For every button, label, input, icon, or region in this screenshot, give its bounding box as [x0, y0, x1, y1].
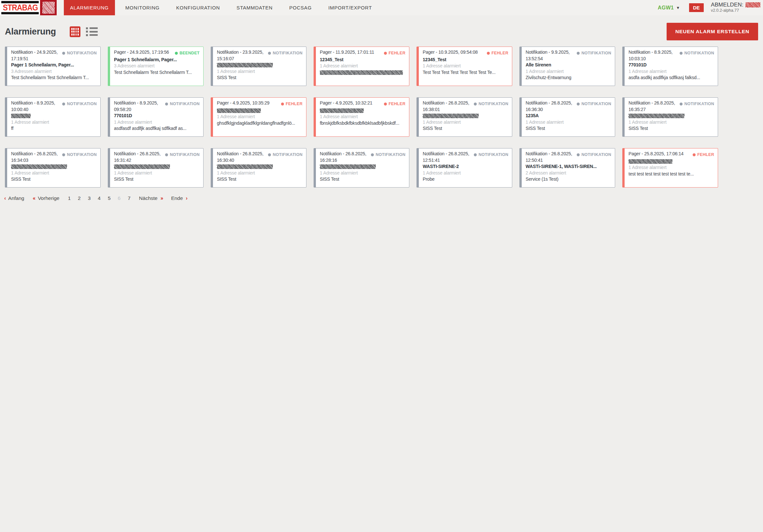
alarm-description: Test Schnellalarm Test Schnellalarm T...	[11, 74, 97, 81]
alarm-card[interactable]: Notifikation - 26.8.2025, 16:36:30 NOTIF…	[519, 97, 615, 137]
alarm-title	[320, 163, 405, 170]
status-badge-label: FEHLER	[697, 152, 714, 158]
alarm-card[interactable]: Pager - 11.9.2025, 17:01:11 FEHLER 12345…	[314, 47, 409, 86]
pagination-page-2[interactable]: 2	[78, 195, 81, 201]
alarm-title	[217, 163, 302, 170]
alarm-card[interactable]: Notifikation - 26.8.2025, 16:30:40 NOTIF…	[211, 148, 306, 187]
alarm-title: 1235A	[526, 113, 611, 119]
pagination-page-6[interactable]: 6	[118, 195, 121, 201]
redacted-scribble	[11, 114, 31, 118]
pagination-page-4[interactable]: 4	[98, 195, 101, 201]
nav-tab-import-export[interactable]: IMPORT/EXPORT	[322, 0, 378, 15]
status-badge: NOTIFIKATION	[62, 49, 97, 56]
alarm-card[interactable]: Notifikation - 9.9.2025, 13:52:54 NOTIFI…	[519, 47, 615, 86]
pagination-prev-label: Vorherige	[38, 195, 59, 201]
alarm-card[interactable]: Notifikation - 26.8.2025, 16:38:01 NOTIF…	[416, 97, 512, 137]
status-badge-label: NOTIFIKATION	[684, 50, 714, 56]
alarm-card[interactable]: Notifikation - 24.9.2025, 17:19:51 NOTIF…	[5, 47, 101, 86]
status-badge: NOTIFIKATION	[474, 151, 508, 158]
redacted-scribble	[217, 164, 273, 169]
list-view-icon[interactable]	[86, 27, 98, 36]
alarm-card[interactable]: Pager - 4.9.2025, 10:35:29 FEHLER 1 Adre…	[211, 97, 306, 137]
logo-text: STRABAG	[3, 4, 38, 12]
pagination-last[interactable]: Ende ›	[171, 195, 187, 201]
alarm-title	[11, 163, 97, 170]
alarm-addresses: 1 Adresse alarmiert	[628, 119, 714, 126]
alarm-type-and-time: Notifikation - 26.8.2025, 16:35:27	[628, 100, 680, 113]
alarm-card[interactable]: Notifikation - 26.8.2025, 12:51:41 NOTIF…	[416, 148, 512, 187]
status-badge-label: BEENDET	[179, 50, 200, 56]
nav-tab-monitoring[interactable]: MONITORING	[119, 0, 166, 15]
status-dot-icon	[175, 52, 178, 55]
alarm-description: SISS Test	[11, 176, 97, 183]
alarm-type-and-time: Pager - 25.8.2025, 17:06:14	[628, 151, 684, 157]
redacted-scribble	[320, 70, 403, 75]
alarm-addresses: 1 Adresse alarmiert	[628, 164, 714, 171]
top-navigation: STRABAG ALARMIERUNGMONITORINGKONFIGURATI…	[0, 0, 763, 15]
alarm-type-and-time: Notifikation - 24.9.2025, 17:19:51	[11, 49, 62, 62]
alarm-card[interactable]: Notifikation - 8.9.2025, 10:00:40 NOTIFI…	[5, 97, 101, 137]
alarm-description: asdfasdf asdlfjk asdflkaj sdflkadf as...	[114, 125, 200, 132]
status-badge: FEHLER	[384, 49, 405, 56]
redacted-scribble	[42, 2, 55, 14]
alarm-card[interactable]: Pager - 25.8.2025, 17:06:14 FEHLER 1 Adr…	[622, 148, 718, 187]
alarm-card[interactable]: Pager - 10.9.2025, 09:54:08 FEHLER 12345…	[416, 47, 512, 86]
alarm-type-and-time: Notifikation - 26.8.2025, 16:34:03	[11, 151, 62, 163]
alarm-card[interactable]: Pager - 4.9.2025, 10:32:21 FEHLER 1 Adre…	[314, 97, 409, 137]
nav-tab-alarmierung[interactable]: ALARMIERUNG	[64, 0, 115, 15]
redacted-scribble	[217, 63, 273, 67]
alarm-addresses: 1 Adresse alarmiert	[423, 63, 508, 69]
pagination-page-3[interactable]: 3	[88, 195, 91, 201]
alarm-card-grid: Notifikation - 24.9.2025, 17:19:51 NOTIF…	[5, 47, 758, 187]
status-badge-label: NOTIFIKATION	[67, 50, 97, 56]
status-badge-label: NOTIFIKATION	[272, 50, 302, 56]
status-dot-icon	[165, 153, 168, 156]
group-selector[interactable]: AGW1 ▼	[658, 5, 680, 11]
pagination-prev[interactable]: ‹‹ Vorherige	[33, 195, 59, 201]
alarm-type-and-time: Notifikation - 8.9.2025, 09:58:20	[114, 100, 165, 113]
pagination-page-7[interactable]: 7	[128, 195, 131, 201]
status-badge-label: NOTIFIKATION	[581, 152, 611, 158]
alarm-addresses: 3 Adressen alarmiert	[11, 68, 97, 75]
nav-tab-stammdaten[interactable]: STAMMDATEN	[230, 0, 279, 15]
language-badge[interactable]: DE	[689, 3, 704, 12]
alarm-title: 770101D	[114, 113, 200, 119]
status-badge: NOTIFIKATION	[268, 49, 302, 56]
alarm-card[interactable]: Notifikation - 26.8.2025, 16:31:42 NOTIF…	[108, 148, 203, 187]
username-redacted-scribble	[745, 2, 760, 8]
pagination-next[interactable]: Nächste ››	[139, 195, 163, 201]
pagination-first[interactable]: ‹ Anfang	[4, 195, 24, 201]
nav-tab-pocsag[interactable]: POCSAG	[283, 0, 318, 15]
alarm-card[interactable]: Notifikation - 23.9.2025, 15:16:07 NOTIF…	[211, 47, 306, 86]
pagination-page-5[interactable]: 5	[108, 195, 111, 201]
alarm-card[interactable]: Pager - 24.9.2025, 17:19:56 BEENDET Page…	[108, 47, 203, 86]
strabag-logo[interactable]: STRABAG	[0, 0, 40, 15]
alarm-card[interactable]: Notifikation - 26.8.2025, 12:50:41 NOTIF…	[519, 148, 615, 187]
logout-link[interactable]: ABMELDEN:	[711, 2, 743, 8]
redacted-scribble	[628, 114, 685, 118]
logout-block: ABMELDEN: v2.0.2-alpha.77	[711, 2, 760, 13]
status-badge: NOTIFIKATION	[577, 49, 611, 56]
status-badge-label: NOTIFIKATION	[479, 152, 508, 158]
create-alarm-button[interactable]: NEUEN ALARM ERSTELLEN	[667, 23, 758, 40]
alarm-description: asdfa asdlkj asdlfkja sdflkasj falksd...	[628, 74, 714, 81]
status-badge-label: NOTIFIKATION	[684, 101, 714, 107]
alarm-addresses: 1 Adresse alarmiert	[526, 68, 611, 75]
grid-view-icon[interactable]	[70, 26, 80, 37]
status-badge-label: NOTIFIKATION	[67, 101, 97, 107]
status-dot-icon	[268, 52, 271, 55]
logo-bar-bottom	[1, 12, 39, 14]
alarm-card[interactable]: Notifikation - 26.8.2025, 16:35:27 NOTIF…	[622, 97, 718, 137]
alarm-card[interactable]: Notifikation - 26.8.2025, 16:34:03 NOTIF…	[5, 148, 101, 187]
pagination-page-1[interactable]: 1	[68, 195, 71, 201]
status-dot-icon	[62, 52, 65, 55]
status-badge-label: NOTIFIKATION	[272, 152, 302, 158]
status-dot-icon	[371, 153, 374, 156]
status-dot-icon	[487, 52, 490, 55]
alarm-card[interactable]: Notifikation - 26.8.2025, 16:28:16 NOTIF…	[314, 148, 409, 187]
status-dot-icon	[577, 103, 580, 105]
nav-tab-konfiguration[interactable]: KONFIGURATION	[170, 0, 226, 15]
alarm-description: ff	[11, 125, 97, 132]
alarm-card[interactable]: Notifikation - 8.9.2025, 10:03:10 NOTIFI…	[622, 47, 718, 86]
alarm-card[interactable]: Notifikation - 8.9.2025, 09:58:20 NOTIFI…	[108, 97, 203, 137]
